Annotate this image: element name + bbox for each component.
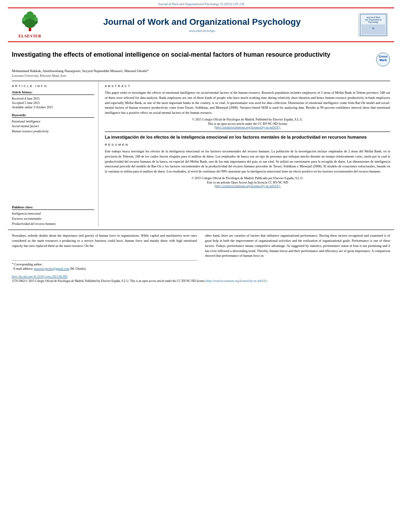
- svg-text:Cross: Cross: [379, 55, 388, 58]
- abstract-license: This is an open access article under the…: [105, 122, 390, 129]
- body-two-col: Nowadays, nobody doubts about the import…: [12, 233, 390, 271]
- palabras-keyword-1: Inteligencia emocional: [12, 211, 94, 217]
- abstract-text: This paper seeks to investigate the effe…: [105, 90, 390, 115]
- palabras-clave-section: Palabras clave: Inteligencia emocional F…: [12, 205, 94, 226]
- keywords-label: Keywords:: [12, 113, 94, 118]
- svg-text:Psychology: Psychology: [368, 21, 378, 23]
- body-section: Nowadays, nobody doubts about the import…: [8, 230, 394, 283]
- received-date: Received 4 June 2015: [12, 96, 94, 101]
- palabras-clave-label: Palabras clave:: [12, 205, 94, 210]
- elsevier-logo: ELSEVIER: [14, 11, 46, 38]
- palabras-keywords-list: Inteligencia emocional Factores sociomen…: [12, 211, 94, 226]
- keywords-list: Emotional intelligence Social-mental fac…: [12, 119, 94, 134]
- keywords-section: Keywords: Emotional intelligence Social-…: [12, 113, 94, 134]
- journal-reference: Journal of Work and Organizational Psych…: [0, 0, 402, 7]
- accepted-date: Accepted 5 June 2015: [12, 101, 94, 105]
- article-content: Investigating the effects of emotional i…: [8, 42, 394, 226]
- article-history: Article history: Received 4 June 2015 Ac…: [12, 90, 94, 110]
- elsevier-label: ELSEVIER: [19, 34, 42, 38]
- svg-point-7: [26, 11, 34, 18]
- footnote-section: * Corresponding author. E-mail address: …: [12, 260, 197, 271]
- resumen-license: Este es un artículo Open Access bajo la …: [105, 181, 390, 188]
- journal-url: www.elsevier.es/rpto: [50, 29, 354, 33]
- article-info-abstract: ARTICLE INFO Article history: Received 4…: [12, 81, 390, 226]
- affiliation: Lorestan University, Khoram Abad, Iran: [12, 74, 390, 78]
- corresponding-author-label: * Corresponding author.: [12, 262, 197, 267]
- resumen-copyright-1: © 2015 Colegio Oficial de Psicólogos de …: [105, 176, 390, 180]
- abstract-license-url[interactable]: (http://creativecommons.org/licenses/by-…: [214, 126, 281, 129]
- resumen-label: RESUMEN: [105, 143, 390, 146]
- abstract-copyright-1: © 2015 Colegio Oficial de Psicólogos de …: [105, 118, 390, 121]
- journal-title-section: Journal of Work and Organizational Psych…: [50, 17, 354, 32]
- doi-section: http://dx.doi.org/10.1016/j.rpto.2015.06…: [12, 275, 390, 284]
- article-info-column: ARTICLE INFO Article history: Received 4…: [12, 81, 99, 226]
- svg-text:Mark: Mark: [380, 58, 387, 62]
- article-title-section: Investigating the effects of emotional i…: [12, 51, 390, 67]
- svg-text:31: 31: [372, 27, 374, 30]
- body-right: other hand, there are varieties of facto…: [205, 233, 390, 271]
- history-label: Article history:: [12, 90, 94, 95]
- available-date: Available online 3 October 2015: [12, 105, 94, 109]
- spanish-title: La investigación de los efectos de la in…: [105, 132, 390, 140]
- email-footnote: E-mail address: masoud.ghodsi@gmail.com …: [12, 267, 197, 271]
- crossmark-badge: Cross Mark: [376, 52, 390, 67]
- abstract-column: ABSTRACT This paper seeks to investigate…: [105, 81, 390, 226]
- palabras-keyword-3: Productividad del recurso humano: [12, 222, 94, 227]
- elsevier-tree-icon: [18, 11, 42, 33]
- journal-cover-thumbnail: Journal of Work and Organizational Psych…: [358, 13, 388, 37]
- resumen-text: Este trabajo busca investigar los efecto…: [105, 149, 390, 174]
- palabras-keyword-2: Factores sociomentales: [12, 217, 94, 222]
- journal-title: Journal of Work and Organizational Psych…: [50, 17, 354, 27]
- body-left: Nowadays, nobody doubts about the import…: [12, 233, 197, 271]
- page: Journal of Work and Organizational Psych…: [0, 0, 402, 532]
- email-link[interactable]: masoud.ghodsi@gmail.com: [34, 267, 69, 271]
- svg-point-8: [22, 17, 26, 21]
- svg-point-9: [34, 17, 38, 21]
- body-left-text: Nowadays, nobody doubts about the import…: [12, 233, 197, 248]
- body-right-text: other hand, there are varieties of facto…: [205, 233, 390, 258]
- footer-text: 1576-5962/© 2015 Colegio Oficial de Psic…: [12, 279, 390, 284]
- journal-header: ELSEVIER Journal of Work and Organizatio…: [8, 7, 394, 42]
- footer-license-link[interactable]: (http://creativecommons.org/licenses/by-…: [205, 279, 268, 283]
- article-info-label: ARTICLE INFO: [12, 84, 94, 88]
- abstract-label: ABSTRACT: [105, 84, 390, 88]
- keyword-2: Social-mental factors: [12, 124, 94, 129]
- keyword-1: Emotional intelligence: [12, 119, 94, 124]
- article-title: Investigating the effects of emotional i…: [12, 51, 372, 59]
- doi-link: http://dx.doi.org/10.1016/j.rpto.2015.06…: [12, 275, 390, 278]
- keyword-3: Human resource productivity: [12, 129, 94, 134]
- authors: Mohammad Hakkak, Amirhooshang Nazarpoori…: [12, 69, 390, 73]
- resumen-license-url[interactable]: (http://creativecommons.org/licenses/by-…: [214, 184, 281, 188]
